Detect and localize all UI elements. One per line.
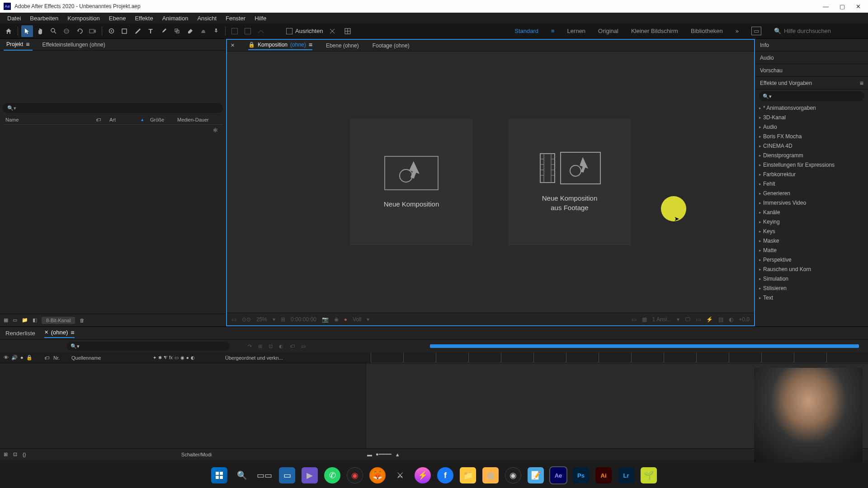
effect-category[interactable]: ▸3D-Kanal bbox=[755, 113, 868, 122]
workspace-overflow-icon[interactable]: » bbox=[736, 28, 739, 34]
proportional-grid-icon[interactable] bbox=[342, 25, 354, 37]
effect-category[interactable]: ▸Text bbox=[755, 293, 868, 302]
zoom-tool[interactable] bbox=[47, 25, 59, 37]
effects-search-input[interactable]: 🔍▾ bbox=[759, 91, 864, 101]
panel-info[interactable]: Info bbox=[755, 39, 868, 52]
menu-ansicht[interactable]: Ansicht bbox=[193, 13, 221, 23]
workspace-panel-icon[interactable]: ▭ bbox=[751, 27, 761, 35]
hand-tool[interactable] bbox=[34, 25, 46, 37]
zoom-slider[interactable]: ●━━━━ bbox=[376, 451, 392, 457]
folder-icon[interactable]: 📁 bbox=[460, 467, 476, 483]
transparency-icon[interactable]: ▦ bbox=[642, 316, 647, 323]
tl-tool-icon[interactable]: ⊡ bbox=[269, 343, 273, 349]
col-nr[interactable]: Nr. bbox=[53, 355, 71, 361]
effect-category[interactable]: ▸Keying bbox=[755, 217, 868, 226]
effect-category[interactable]: ▸Fehlt bbox=[755, 179, 868, 188]
col-quellenname[interactable]: Quellenname bbox=[71, 355, 153, 361]
firefox-icon[interactable]: 🦊 bbox=[369, 467, 386, 483]
start-button[interactable] bbox=[211, 467, 227, 483]
work-area-bar[interactable] bbox=[430, 344, 859, 348]
fast-preview-icon[interactable]: ⚡ bbox=[706, 316, 713, 323]
menu-ebene[interactable]: Ebene bbox=[104, 13, 131, 23]
effect-category[interactable]: ▸* Animationsvorgaben bbox=[755, 103, 868, 113]
rotate-tool[interactable] bbox=[74, 25, 85, 37]
stroke-swatch[interactable] bbox=[242, 25, 254, 37]
res-icon[interactable]: ⊞ bbox=[281, 316, 285, 323]
tl-tool-icon[interactable]: ▭ bbox=[301, 343, 306, 349]
puppet-tool[interactable] bbox=[210, 25, 222, 37]
tl-tool-icon[interactable]: ◐ bbox=[279, 343, 283, 349]
snap-options-icon[interactable] bbox=[326, 25, 338, 37]
channel-icon[interactable]: ◉ bbox=[334, 316, 339, 323]
flowchart-icon[interactable]: ⚛ bbox=[212, 127, 218, 134]
snapshot-icon[interactable]: 📷 bbox=[322, 316, 329, 323]
tl-tool-icon[interactable]: ⊞ bbox=[258, 343, 262, 349]
views-dropdown[interactable]: 1 Ansi... bbox=[652, 316, 672, 323]
3d-view-icon[interactable]: 🖵 bbox=[685, 316, 690, 323]
switches-modes-toggle[interactable]: Schalter/Modi bbox=[31, 452, 362, 457]
video-toggle-icon[interactable]: 👁 bbox=[4, 355, 9, 361]
audio-toggle-icon[interactable]: 🔊 bbox=[11, 355, 18, 361]
timeline-icon[interactable]: ▤ bbox=[718, 316, 723, 323]
app-icon[interactable]: ▶ bbox=[302, 467, 318, 483]
effect-category[interactable]: ▸Stilisieren bbox=[755, 283, 868, 293]
close-button[interactable]: ✕ bbox=[856, 3, 861, 10]
obs-icon[interactable]: ◉ bbox=[505, 467, 521, 483]
effect-category[interactable]: ▸Generieren bbox=[755, 188, 868, 198]
magnify-icon[interactable]: ▭ bbox=[231, 316, 236, 323]
photoshop-icon[interactable]: Ps bbox=[573, 467, 589, 483]
roto-tool[interactable] bbox=[197, 25, 209, 37]
menu-fenster[interactable]: Fenster bbox=[221, 13, 250, 23]
col-art[interactable]: Art bbox=[107, 117, 138, 122]
close-tab-icon[interactable]: ✕ bbox=[231, 42, 235, 48]
adjust-icon[interactable]: ◧ bbox=[33, 317, 37, 323]
new-composition-from-footage-card[interactable]: Neue Komposition aus Footage bbox=[509, 119, 631, 245]
new-folder-icon[interactable]: 📁 bbox=[22, 317, 28, 323]
whatsapp-icon[interactable]: ✆ bbox=[324, 467, 340, 483]
pan-behind-tool[interactable] bbox=[105, 25, 117, 37]
label-col-icon[interactable]: 🏷 bbox=[40, 355, 53, 361]
menu-komposition[interactable]: Komposition bbox=[63, 13, 104, 23]
pen-tool[interactable] bbox=[132, 25, 143, 37]
workspace-lernen[interactable]: Lernen bbox=[567, 28, 585, 34]
workspace-bibliotheken[interactable]: Bibliotheken bbox=[691, 28, 723, 34]
timeline-search-input[interactable]: 🔍▾ bbox=[67, 342, 230, 351]
exposure-icon[interactable]: ◐ bbox=[729, 316, 733, 323]
tab-komposition[interactable]: 🔒 Komposition (ohne) ≡ bbox=[248, 41, 312, 50]
effect-category[interactable]: ▸Immersives Video bbox=[755, 198, 868, 207]
selection-tool[interactable] bbox=[21, 25, 33, 37]
effect-category[interactable]: ▸Simulation bbox=[755, 274, 868, 283]
toggle-switches-icon[interactable]: ⊞ bbox=[4, 451, 8, 457]
app-icon[interactable]: ◉ bbox=[347, 467, 363, 483]
maximize-button[interactable]: ▢ bbox=[840, 3, 845, 10]
workspace-options-icon[interactable]: ≡ bbox=[551, 28, 555, 34]
clone-tool[interactable] bbox=[171, 25, 183, 37]
tab-effekteinstellungen[interactable]: Effekteinstellungen (ohne) bbox=[40, 40, 108, 50]
workspace-standard[interactable]: Standard bbox=[514, 28, 538, 34]
messenger-icon[interactable]: ⚡ bbox=[415, 467, 431, 483]
notepad-icon[interactable]: 📝 bbox=[528, 467, 544, 483]
zoom-out-icon[interactable]: ▬ bbox=[367, 452, 372, 457]
menu-datei[interactable]: Datei bbox=[3, 13, 25, 23]
effect-category[interactable]: ▸Keys bbox=[755, 226, 868, 236]
color-depth-chip[interactable]: 8-Bit-Kanal bbox=[42, 317, 75, 324]
roi-icon[interactable]: ▭ bbox=[632, 316, 637, 323]
menu-bearbeiten[interactable]: Bearbeiten bbox=[25, 13, 63, 23]
bezier-icon[interactable] bbox=[255, 25, 267, 37]
tab-renderliste[interactable]: Renderliste bbox=[5, 330, 35, 337]
menu-effekte[interactable]: Effekte bbox=[130, 13, 157, 23]
zoom-in-icon[interactable]: ▲ bbox=[395, 452, 400, 457]
tab-ebene[interactable]: Ebene (ohne) bbox=[326, 42, 359, 49]
search-taskbar-icon[interactable]: 🔍 bbox=[234, 467, 250, 483]
effect-category[interactable]: ▸Matte bbox=[755, 245, 868, 255]
toggle-brackets-icon[interactable]: {} bbox=[23, 452, 26, 457]
col-name[interactable]: Name bbox=[3, 117, 93, 122]
tag-icon[interactable]: 🏷 bbox=[93, 117, 107, 122]
fill-swatch[interactable] bbox=[229, 25, 241, 37]
lightroom-icon[interactable]: Lr bbox=[618, 467, 634, 483]
effect-category[interactable]: ▸Einstellungen für Expressions bbox=[755, 160, 868, 169]
col-parent[interactable]: Übergeordnet und verkn... bbox=[225, 355, 371, 361]
effect-category[interactable]: ▸Kanäle bbox=[755, 207, 868, 217]
new-comp-icon[interactable]: ▭ bbox=[13, 317, 17, 323]
trash-icon[interactable]: 🗑 bbox=[80, 318, 85, 323]
